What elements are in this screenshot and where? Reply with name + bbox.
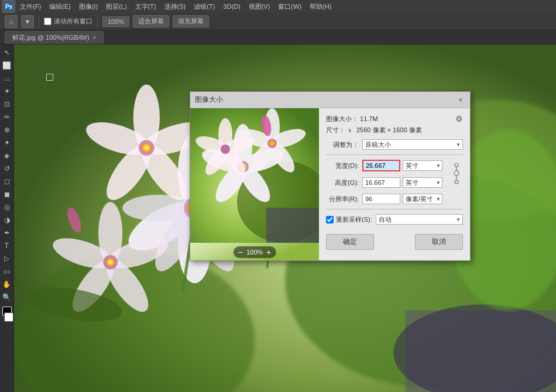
dim-expand-btn[interactable]: ∨ bbox=[348, 127, 352, 133]
home-icon: ⌂ bbox=[9, 18, 13, 26]
tab-close-btn[interactable]: × bbox=[93, 35, 97, 41]
dim-value: 2560 像素 × 1600 像素 bbox=[356, 126, 422, 135]
height-unit-wrapper: 英寸 像素 厘米 ▼ bbox=[403, 177, 442, 188]
tool-dodge[interactable]: ◑ bbox=[1, 214, 13, 226]
preview-zoom-in-btn[interactable]: + bbox=[266, 247, 271, 257]
background-color[interactable] bbox=[4, 312, 13, 322]
tool-clone[interactable]: ◈ bbox=[1, 150, 13, 161]
svg-text:Ps: Ps bbox=[5, 4, 13, 10]
tab-bar: 鲜花.jpg @ 100%(RGB/8#) × bbox=[0, 30, 556, 44]
menu-file[interactable]: 文件(F) bbox=[16, 1, 44, 12]
fill-screen-btn[interactable]: 填充屏幕 bbox=[173, 15, 209, 27]
tool-pen[interactable]: ✒ bbox=[1, 227, 13, 239]
tool-zoom[interactable]: 🔍 bbox=[1, 291, 13, 303]
toolbox: ↖ ⬜ ⌓ ✦ ⊡ ✏ ⊕ ✦ ◈ ↺ ◻ ◼ ◎ ◑ ✒ T ▷ ▭ ✋ 🔍 bbox=[0, 44, 14, 392]
height-input[interactable] bbox=[362, 177, 400, 188]
svg-point-68 bbox=[269, 140, 275, 146]
fit-screen-btn[interactable]: 适合屏幕 bbox=[133, 15, 169, 27]
tool-select-rect[interactable]: ⬜ bbox=[1, 60, 13, 71]
adjust-row: 调整为： 原稿大小 bbox=[326, 139, 463, 150]
svg-point-74 bbox=[221, 145, 230, 154]
width-unit-select[interactable]: 英寸 像素 厘米 bbox=[403, 160, 442, 171]
preview-image bbox=[190, 108, 319, 260]
workspace: ↖ ⬜ ⌓ ✦ ⊡ ✏ ⊕ ✦ ◈ ↺ ◻ ◼ ◎ ◑ ✒ T ▷ ▭ ✋ 🔍 bbox=[0, 44, 556, 392]
tool-eraser[interactable]: ◻ bbox=[1, 176, 13, 187]
tool-history[interactable]: ↺ bbox=[1, 163, 13, 174]
tool-magic-wand[interactable]: ✦ bbox=[1, 85, 13, 97]
height-row: 高度(G): 英寸 像素 厘米 ▼ bbox=[326, 177, 450, 188]
svg-point-33 bbox=[142, 143, 151, 152]
resolution-label: 分辨率(R): bbox=[326, 195, 362, 204]
tool-lasso[interactable]: ⌓ bbox=[1, 73, 13, 84]
menu-bar: Ps 文件(F) 编辑(E) 图像(I) 图层(L) 文字(T) 选择(S) 滤… bbox=[0, 0, 556, 13]
home-btn[interactable]: ⌂ bbox=[5, 15, 18, 28]
menu-image[interactable]: 图像(I) bbox=[75, 1, 101, 12]
menu-window[interactable]: 窗口(W) bbox=[274, 1, 305, 12]
size-label: 图像大小： 11.7M bbox=[326, 115, 378, 123]
svg-rect-81 bbox=[455, 180, 458, 184]
preview-svg bbox=[190, 108, 319, 243]
app-icon[interactable]: Ps bbox=[2, 0, 15, 13]
height-label: 高度(G): bbox=[326, 178, 362, 187]
tool-brush[interactable]: ✦ bbox=[1, 137, 13, 149]
scroll-all-windows[interactable]: 滚动所有窗口 bbox=[44, 17, 92, 26]
confirm-button[interactable]: 确定 bbox=[326, 234, 374, 250]
menu-help[interactable]: 帮助(H) bbox=[306, 1, 335, 12]
divider-1 bbox=[326, 154, 463, 155]
svg-rect-77 bbox=[455, 163, 458, 167]
resolution-row: 分辨率(R): 像素/英寸 像素/厘米 ▼ bbox=[326, 194, 463, 204]
zoom-value-btn[interactable]: 100% bbox=[102, 16, 129, 27]
menu-layer[interactable]: 图层(L) bbox=[102, 1, 130, 12]
image-size-dialog: 图像大小 × bbox=[190, 91, 471, 261]
resample-checkbox[interactable] bbox=[326, 216, 334, 223]
resample-label: 重新采样(S): bbox=[336, 215, 372, 224]
settings-gear-btn[interactable]: ⚙ bbox=[455, 114, 463, 123]
canvas-area: 图像大小 × bbox=[14, 44, 556, 392]
tool-move[interactable]: ↖ bbox=[1, 47, 13, 59]
tool-eyedropper[interactable]: ✏ bbox=[1, 111, 13, 123]
scroll-label: 滚动所有窗口 bbox=[54, 17, 92, 26]
dimension-row: 尺寸： ∨ 2560 像素 × 1600 像素 bbox=[326, 126, 463, 135]
preview-zoom-level: 100% bbox=[246, 249, 263, 256]
resample-row: 重新采样(S): 自动 保留细节(扩大) 两次立方(平滑)(扩大) bbox=[326, 214, 463, 225]
dimension-inputs: 宽度(D): 英寸 像素 厘米 ▼ bbox=[326, 160, 450, 191]
cancel-button[interactable]: 取消 bbox=[415, 234, 463, 250]
adjust-select[interactable]: 原稿大小 bbox=[362, 139, 463, 150]
adjust-select-wrapper: 原稿大小 bbox=[362, 139, 463, 150]
dialog-titlebar: 图像大小 × bbox=[190, 92, 470, 108]
menu-filter[interactable]: 滤镜(T) bbox=[190, 1, 218, 12]
canvas-selection-handle bbox=[46, 74, 53, 81]
resample-select[interactable]: 自动 保留细节(扩大) 两次立方(平滑)(扩大) bbox=[376, 214, 463, 225]
chain-svg bbox=[452, 163, 461, 187]
svg-point-79 bbox=[454, 171, 459, 176]
tool-hand[interactable]: ✋ bbox=[1, 278, 13, 290]
tool-text[interactable]: T bbox=[1, 240, 13, 252]
svg-rect-76 bbox=[266, 208, 319, 243]
preview-zoom-out-btn[interactable]: − bbox=[238, 247, 243, 257]
toolbar: ⌂ ▾ 滚动所有窗口 100% 适合屏幕 填充屏幕 bbox=[0, 13, 556, 30]
width-row: 宽度(D): 英寸 像素 厘米 ▼ bbox=[326, 160, 450, 171]
width-input[interactable] bbox=[362, 160, 400, 171]
dialog-close-button[interactable]: × bbox=[456, 95, 465, 105]
menu-text[interactable]: 文字(T) bbox=[132, 1, 160, 12]
tool-path[interactable]: ▷ bbox=[1, 253, 13, 264]
resample-select-wrapper: 自动 保留细节(扩大) 两次立方(平滑)(扩大) bbox=[376, 214, 463, 225]
height-unit-select[interactable]: 英寸 像素 厘米 bbox=[403, 177, 442, 188]
tab-flowers[interactable]: 鲜花.jpg @ 100%(RGB/8#) × bbox=[5, 31, 104, 44]
tool-blur[interactable]: ◎ bbox=[1, 201, 13, 213]
tool-heal[interactable]: ⊕ bbox=[1, 124, 13, 136]
menu-view[interactable]: 视图(V) bbox=[245, 1, 274, 12]
tool-shape[interactable]: ▭ bbox=[1, 266, 13, 277]
menu-edit[interactable]: 编辑(E) bbox=[46, 1, 74, 12]
resolution-input[interactable] bbox=[362, 194, 400, 204]
arrow-icon: ▾ bbox=[26, 18, 29, 26]
divider-2 bbox=[326, 209, 463, 209]
tool-gradient[interactable]: ◼ bbox=[1, 188, 13, 200]
menu-3d[interactable]: 3D(D) bbox=[219, 2, 243, 11]
arrow-btn[interactable]: ▾ bbox=[21, 15, 34, 28]
scroll-checkbox[interactable] bbox=[44, 18, 52, 25]
resolution-unit-select[interactable]: 像素/英寸 像素/厘米 bbox=[403, 194, 442, 204]
tool-crop[interactable]: ⊡ bbox=[1, 98, 13, 110]
width-unit-wrapper: 英寸 像素 厘米 ▼ bbox=[403, 160, 442, 171]
menu-select[interactable]: 选择(S) bbox=[161, 1, 190, 12]
